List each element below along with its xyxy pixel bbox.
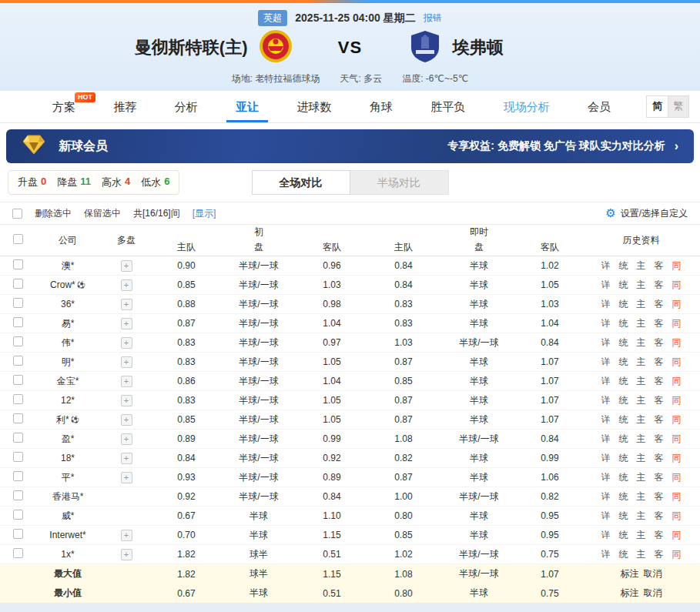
report-error-link[interactable]: 报错 bbox=[424, 12, 442, 25]
expand-multi-button[interactable]: + bbox=[121, 549, 132, 560]
keep-selected-button[interactable]: 保留选中 bbox=[84, 207, 121, 220]
history-link-home[interactable]: 主 bbox=[637, 317, 646, 330]
company-cell[interactable]: 18* bbox=[35, 453, 100, 463]
lang-traditional-button[interactable]: 繁 bbox=[668, 96, 688, 117]
row-checkbox[interactable] bbox=[13, 529, 23, 539]
tab-membership[interactable]: 会员 bbox=[584, 91, 614, 122]
history-link-detail[interactable]: 详 bbox=[601, 336, 611, 349]
history-link-detail[interactable]: 详 bbox=[601, 452, 611, 465]
history-link-same[interactable]: 同 bbox=[672, 413, 682, 426]
row-checkbox[interactable] bbox=[13, 317, 23, 327]
history-link-away[interactable]: 客 bbox=[655, 356, 664, 369]
expand-multi-button[interactable]: + bbox=[121, 472, 132, 483]
company-cell[interactable]: 36* bbox=[35, 299, 100, 309]
history-link-same[interactable]: 同 bbox=[672, 298, 682, 311]
history-link-home[interactable]: 主 bbox=[637, 279, 646, 292]
half-match-compare-button[interactable]: 半场对比 bbox=[350, 170, 449, 195]
company-cell[interactable]: 伟* bbox=[35, 336, 100, 349]
history-link-away[interactable]: 客 bbox=[655, 298, 664, 311]
history-link-away[interactable]: 客 bbox=[655, 452, 664, 465]
history-link-home[interactable]: 主 bbox=[637, 490, 646, 503]
history-link-home[interactable]: 主 bbox=[637, 356, 646, 369]
toolbar-checkbox[interactable] bbox=[12, 209, 22, 219]
history-link-detail[interactable]: 详 bbox=[601, 529, 611, 542]
history-link-home[interactable]: 主 bbox=[637, 529, 646, 542]
row-checkbox[interactable] bbox=[13, 471, 23, 481]
history-link-same[interactable]: 同 bbox=[672, 452, 682, 465]
company-cell[interactable]: 威* bbox=[35, 510, 100, 523]
history-link-detail[interactable]: 详 bbox=[601, 279, 611, 292]
league-badge[interactable]: 英超 bbox=[258, 10, 287, 26]
tab-analysis[interactable]: 分析 bbox=[172, 91, 201, 122]
history-link-same[interactable]: 同 bbox=[672, 471, 682, 484]
history-link-same[interactable]: 同 bbox=[672, 259, 682, 273]
select-all-checkbox[interactable] bbox=[13, 234, 23, 244]
company-cell[interactable]: 易* bbox=[35, 317, 100, 330]
history-link-detail[interactable]: 详 bbox=[601, 548, 611, 561]
company-cell[interactable]: 澳* bbox=[35, 259, 100, 273]
history-link-home[interactable]: 主 bbox=[637, 413, 646, 426]
company-cell[interactable]: Crow* ⚽ bbox=[35, 279, 100, 290]
row-checkbox[interactable] bbox=[13, 259, 23, 269]
history-link-home[interactable]: 主 bbox=[637, 394, 646, 407]
history-link-same[interactable]: 同 bbox=[672, 279, 682, 292]
history-link-home[interactable]: 主 bbox=[637, 471, 646, 484]
delete-selected-button[interactable]: 删除选中 bbox=[35, 207, 72, 220]
history-link-stats[interactable]: 统 bbox=[619, 375, 628, 388]
lang-simplified-button[interactable]: 简 bbox=[647, 96, 668, 117]
history-link-detail[interactable]: 详 bbox=[601, 490, 611, 503]
history-link-away[interactable]: 客 bbox=[655, 317, 664, 330]
expand-multi-button[interactable]: + bbox=[121, 356, 132, 368]
cancel-button[interactable]: 取消 bbox=[644, 587, 662, 600]
history-link-same[interactable]: 同 bbox=[672, 394, 682, 407]
history-link-stats[interactable]: 统 bbox=[619, 471, 628, 484]
history-link-stats[interactable]: 统 bbox=[619, 317, 628, 330]
expand-multi-button[interactable]: + bbox=[121, 530, 132, 541]
history-link-away[interactable]: 客 bbox=[655, 259, 664, 273]
history-link-stats[interactable]: 统 bbox=[619, 394, 628, 407]
history-link-away[interactable]: 客 bbox=[655, 471, 664, 484]
history-link-stats[interactable]: 统 bbox=[619, 452, 628, 465]
history-link-away[interactable]: 客 bbox=[655, 529, 664, 542]
row-checkbox[interactable] bbox=[13, 548, 23, 558]
expand-multi-button[interactable]: + bbox=[121, 318, 132, 329]
tab-plans[interactable]: 方案 HOT bbox=[49, 91, 79, 122]
history-link-away[interactable]: 客 bbox=[655, 279, 664, 292]
history-link-home[interactable]: 主 bbox=[637, 298, 646, 311]
history-link-detail[interactable]: 详 bbox=[601, 317, 611, 330]
cancel-button[interactable]: 取消 bbox=[644, 567, 662, 580]
history-link-same[interactable]: 同 bbox=[672, 433, 682, 446]
history-link-away[interactable]: 客 bbox=[655, 490, 664, 503]
history-link-home[interactable]: 主 bbox=[637, 433, 646, 446]
history-link-stats[interactable]: 统 bbox=[619, 510, 628, 523]
history-link-away[interactable]: 客 bbox=[655, 433, 664, 446]
history-link-detail[interactable]: 详 bbox=[601, 471, 611, 484]
history-link-same[interactable]: 同 bbox=[672, 510, 682, 523]
row-checkbox[interactable] bbox=[13, 375, 23, 385]
history-link-stats[interactable]: 统 bbox=[619, 298, 628, 311]
history-link-home[interactable]: 主 bbox=[637, 548, 646, 561]
history-link-stats[interactable]: 统 bbox=[619, 279, 628, 292]
expand-multi-button[interactable]: + bbox=[121, 453, 132, 464]
history-link-same[interactable]: 同 bbox=[672, 490, 682, 503]
tab-recommend[interactable]: 推荐 bbox=[110, 91, 139, 122]
company-cell[interactable]: 香港马* bbox=[35, 490, 100, 503]
history-link-detail[interactable]: 详 bbox=[601, 375, 611, 388]
history-link-detail[interactable]: 详 bbox=[601, 413, 611, 426]
history-link-same[interactable]: 同 bbox=[672, 356, 682, 369]
history-link-stats[interactable]: 统 bbox=[619, 259, 628, 273]
tab-live-analysis[interactable]: 现场分析 bbox=[501, 91, 553, 122]
tab-asian-handicap[interactable]: 亚让 bbox=[233, 91, 262, 122]
history-link-same[interactable]: 同 bbox=[672, 548, 682, 561]
expand-multi-button[interactable]: + bbox=[121, 395, 132, 406]
vip-benefits-link[interactable]: 专享权益: 免费解锁 免广告 球队实力对比分析 › bbox=[447, 139, 678, 153]
expand-multi-button[interactable]: + bbox=[121, 414, 132, 426]
tab-goals[interactable]: 进球数 bbox=[294, 91, 335, 122]
history-link-same[interactable]: 同 bbox=[672, 375, 682, 388]
company-cell[interactable]: 12* bbox=[35, 395, 100, 406]
history-link-home[interactable]: 主 bbox=[637, 336, 646, 349]
history-link-stats[interactable]: 统 bbox=[619, 433, 628, 446]
tab-win-draw-lose[interactable]: 胜平负 bbox=[427, 91, 468, 122]
row-checkbox[interactable] bbox=[13, 433, 23, 443]
history-link-detail[interactable]: 详 bbox=[601, 510, 611, 523]
